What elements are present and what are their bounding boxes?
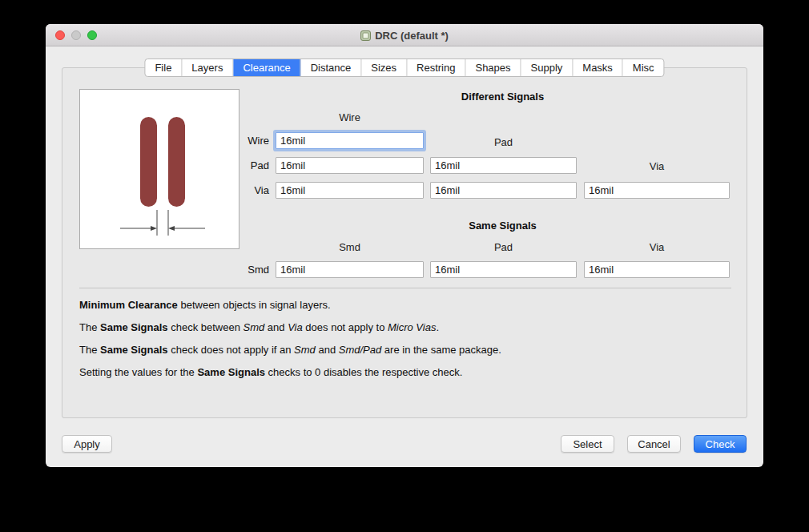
input-pad-wire[interactable]: [276, 157, 424, 174]
dimension-arrow-right-icon: [151, 226, 157, 231]
input-pad-pad[interactable]: [430, 157, 577, 174]
tab-clearance[interactable]: Clearance: [233, 59, 300, 76]
window-title: DRC (default *): [375, 30, 449, 42]
clearance-panel: Different Signals Wire Pad Via Wire Pad …: [62, 67, 747, 418]
column-header-pad: Pad: [430, 136, 577, 148]
input-smd-smd[interactable]: [276, 261, 424, 278]
app-icon: [360, 30, 371, 41]
row-label-wire: Wire: [183, 132, 269, 149]
input-via-wire[interactable]: [276, 182, 424, 199]
row-label-smd: Smd: [183, 261, 269, 278]
tab-sizes[interactable]: Sizes: [361, 59, 407, 76]
dimension-arrow-left-icon: [168, 226, 175, 231]
input-smd-via[interactable]: [584, 261, 730, 278]
tab-masks[interactable]: Masks: [573, 59, 623, 76]
input-wire-wire[interactable]: [276, 132, 424, 149]
input-via-via[interactable]: [584, 182, 730, 199]
column-header-wire: Wire: [276, 111, 424, 123]
check-button[interactable]: Check: [694, 435, 747, 453]
notes: Minimum Clearance between objects in sig…: [79, 299, 732, 389]
left-wire-shape: [140, 117, 157, 207]
column-header-via: Via: [584, 160, 730, 172]
note-line: Setting the values for the Same Signals …: [79, 366, 732, 378]
note-line: Minimum Clearance between objects in sig…: [79, 299, 732, 311]
drc-dialog: DRC (default *) FileLayersClearanceDista…: [46, 24, 763, 467]
tab-layers[interactable]: Layers: [182, 59, 233, 76]
column-header-smd: Smd: [276, 241, 424, 253]
tab-supply[interactable]: Supply: [521, 59, 574, 76]
tab-bar: FileLayersClearanceDistanceSizesRestring…: [144, 58, 664, 77]
same-signals-heading: Same Signals: [276, 220, 730, 232]
window-title-area: DRC (default *): [46, 24, 763, 46]
tab-misc[interactable]: Misc: [623, 59, 664, 76]
column-header-pad-same: Pad: [430, 241, 577, 253]
input-smd-pad[interactable]: [430, 261, 577, 278]
row-label-pad: Pad: [183, 157, 269, 174]
tab-file[interactable]: File: [145, 59, 182, 76]
input-via-pad[interactable]: [430, 182, 577, 199]
tab-shapes[interactable]: Shapes: [465, 59, 521, 76]
different-signals-heading: Different Signals: [276, 91, 730, 103]
note-line: The Same Signals check does not apply if…: [79, 344, 732, 356]
row-label-via: Via: [183, 182, 269, 199]
apply-button[interactable]: Apply: [62, 435, 112, 453]
title-bar[interactable]: DRC (default *): [46, 24, 763, 46]
tab-distance[interactable]: Distance: [301, 59, 362, 76]
tab-restring[interactable]: Restring: [407, 59, 465, 76]
cancel-button[interactable]: Cancel: [627, 435, 681, 453]
select-button[interactable]: Select: [561, 435, 614, 453]
column-header-via-same: Via: [584, 241, 730, 253]
divider: [79, 288, 731, 288]
note-line: The Same Signals check between Smd and V…: [79, 321, 732, 333]
